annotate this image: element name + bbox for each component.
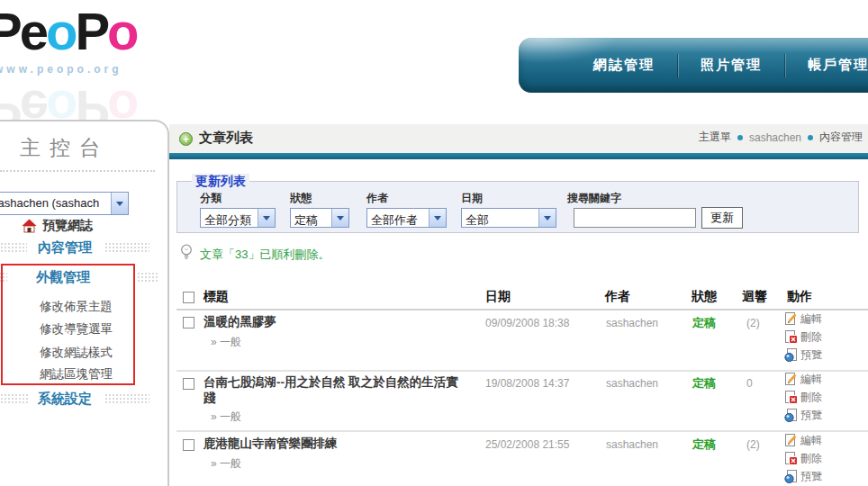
user-blog-select[interactable]: sashachen (sashach	[0, 192, 129, 215]
article-comments-count: (2)	[746, 438, 760, 451]
delete-label: 刪除	[800, 390, 822, 404]
article-title[interactable]: 鹿港龍山寺南管樂團排練	[203, 436, 338, 452]
user-blog-select-value: sashachen (sashach	[0, 193, 111, 214]
date-select-value: 全部	[462, 209, 538, 227]
chevron-down-icon	[429, 209, 446, 227]
article-title[interactable]: 台南七股潟湖--用之於自然 取之於自然的生活實踐	[203, 374, 465, 407]
preview-link[interactable]: 預覽	[784, 347, 822, 362]
delete-link[interactable]: 刪除	[784, 451, 822, 465]
row-actions: 編輯 刪除 預覽	[784, 372, 822, 422]
category-label: 分類	[200, 191, 222, 206]
logo-letter: e	[20, 2, 46, 60]
sidebar-item-preview-blog[interactable]: 預覽網誌	[22, 218, 93, 234]
article-status: 定稿	[692, 315, 716, 331]
edit-link[interactable]: 編輯	[784, 372, 822, 386]
column-header-author: 作者	[605, 289, 630, 305]
status-select-value: 定稿	[291, 209, 331, 227]
lightbulb-icon	[180, 243, 193, 261]
delete-link[interactable]: 刪除	[784, 390, 822, 404]
chevron-down-icon	[538, 209, 556, 227]
peopo-logo[interactable]: PeoPo www.peopo.org PeoPo	[0, 5, 194, 76]
article-author: sashachen	[606, 377, 658, 390]
logo-letter: o	[107, 2, 136, 60]
logo-letter: P	[0, 2, 20, 60]
edit-link[interactable]: 編輯	[784, 311, 822, 326]
nav-item-account-management[interactable]: 帳戶管理	[785, 57, 868, 74]
preview-page-icon	[784, 469, 798, 483]
update-button[interactable]: 更新	[701, 207, 743, 229]
dotted-decoration	[0, 272, 7, 284]
preview-page-icon	[784, 408, 798, 422]
breadcrumb-content-management[interactable]: 內容管理	[819, 130, 863, 145]
status-select[interactable]: 定稿	[290, 208, 349, 228]
column-header-status: 狀態	[692, 289, 717, 305]
column-header-actions: 動作	[787, 289, 812, 305]
author-label: 作者	[366, 191, 388, 206]
filter-legend: 更新列表	[192, 174, 249, 190]
dotted-decoration	[0, 393, 29, 405]
column-header-comments: 迴響	[742, 289, 767, 305]
edit-label: 編輯	[800, 433, 822, 447]
logo-letter: o	[46, 2, 75, 60]
article-date: 19/08/2008 14:37	[485, 377, 569, 390]
breadcrumb-user[interactable]: sashachen	[749, 131, 801, 144]
edit-link[interactable]: 編輯	[784, 433, 822, 447]
sidebar-item-block-management[interactable]: 網誌區塊管理	[40, 366, 113, 382]
sidebar-item-appearance-management[interactable]: 外觀管理	[36, 269, 90, 286]
preview-link[interactable]: 預覽	[784, 469, 822, 483]
dot-icon	[808, 135, 813, 140]
top-nav: 網誌管理 照片管理 帳戶管理	[519, 38, 868, 93]
chevron-down-icon	[111, 193, 128, 214]
column-header-title: 標題	[203, 289, 229, 305]
status-message: 文章「33」已順利刪除。	[200, 243, 330, 263]
edit-label: 編輯	[800, 311, 822, 326]
dot-icon	[737, 135, 743, 140]
category-select[interactable]: 全部分類	[200, 208, 276, 228]
nav-item-blog-management[interactable]: 網誌管理	[571, 57, 677, 74]
article-category: » 一般	[211, 410, 241, 425]
edit-page-icon	[784, 372, 798, 386]
chevron-down-icon	[258, 209, 275, 227]
preview-page-icon	[784, 347, 798, 362]
table-divider	[176, 370, 868, 372]
nav-item-photo-management[interactable]: 照片管理	[678, 57, 784, 74]
select-all-checkbox[interactable]	[183, 292, 194, 303]
edit-page-icon	[784, 433, 798, 447]
sidebar-item-edit-theme[interactable]: 修改佈景主題	[40, 299, 113, 315]
preview-label: 預覽	[800, 469, 822, 483]
row-checkbox[interactable]	[183, 439, 194, 451]
peopo-admin-page: PeoPo www.peopo.org PeoPo 網誌管理 照片管理 帳戶管理…	[0, 0, 868, 486]
preview-link[interactable]: 預覽	[784, 408, 822, 422]
row-checkbox[interactable]	[183, 317, 194, 328]
author-select[interactable]: 全部作者	[366, 208, 447, 228]
delete-page-icon	[784, 329, 798, 344]
search-keyword-input[interactable]	[574, 208, 696, 228]
column-header-date: 日期	[485, 289, 511, 305]
sidebar-item-edit-blog-style[interactable]: 修改網誌樣式	[40, 345, 113, 361]
article-comments-count: 0	[746, 377, 753, 390]
sidebar-item-edit-nav-menu[interactable]: 修改導覽選單	[40, 321, 113, 338]
sidebar-divider	[0, 170, 155, 172]
article-status: 定稿	[692, 375, 716, 392]
category-select-value: 全部分類	[201, 209, 258, 227]
table-divider	[176, 430, 868, 432]
row-actions: 編輯 刪除 預覽	[784, 433, 822, 483]
article-author: sashachen	[606, 317, 658, 329]
delete-link[interactable]: 刪除	[784, 329, 822, 344]
row-checkbox[interactable]	[183, 378, 194, 390]
dotted-decoration	[104, 393, 149, 405]
table-divider	[176, 309, 868, 310]
breadcrumb-main-menu[interactable]: 主選單	[699, 130, 731, 145]
row-actions: 編輯 刪除 預覽	[784, 311, 822, 362]
date-select[interactable]: 全部	[461, 208, 556, 228]
article-category: » 一般	[211, 456, 241, 472]
sidebar-item-content-management[interactable]: 內容管理	[38, 239, 92, 256]
article-comments-count: (2)	[746, 317, 760, 329]
edit-label: 編輯	[800, 372, 822, 386]
article-date: 09/09/2008 18:38	[485, 317, 569, 329]
article-date: 25/02/2008 21:55	[485, 438, 569, 451]
logo-wordmark: PeoPo	[0, 5, 194, 58]
sidebar-item-system-settings[interactable]: 系統設定	[38, 391, 92, 408]
logo-letter: P	[75, 2, 107, 60]
article-title[interactable]: 溫暖的黑膠夢	[203, 314, 276, 330]
